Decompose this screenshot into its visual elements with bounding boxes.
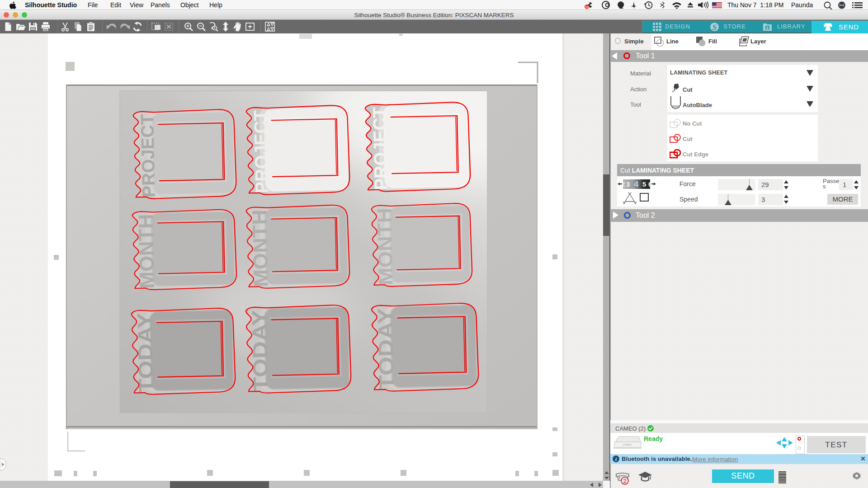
svg-text:2: 2 xyxy=(623,478,626,484)
svg-text:S: S xyxy=(712,23,717,32)
svg-text:PROJECT: PROJECT xyxy=(137,114,159,197)
svg-text:16: 16 xyxy=(585,5,589,9)
svg-text:CAMEO: CAMEO xyxy=(623,443,632,446)
svg-text:PROJECT: PROJECT xyxy=(250,110,272,193)
svg-text:PROJECT: PROJECT xyxy=(369,107,392,190)
